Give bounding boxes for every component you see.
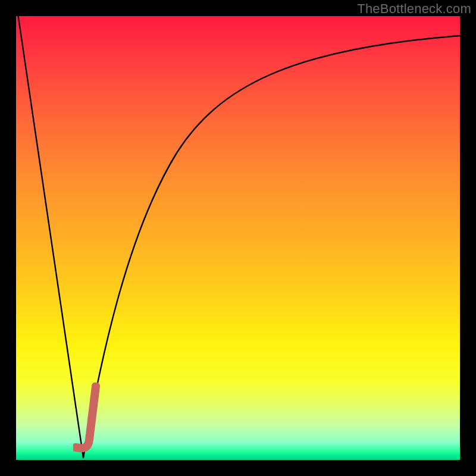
j-hook-marker bbox=[73, 383, 109, 460]
j-hook-icon bbox=[76, 386, 96, 448]
watermark-text: TheBottleneck.com bbox=[357, 1, 471, 17]
chart-frame: TheBottleneck.com bbox=[0, 0, 476, 476]
plot-area bbox=[16, 16, 460, 460]
curve-right-branch bbox=[83, 36, 460, 458]
